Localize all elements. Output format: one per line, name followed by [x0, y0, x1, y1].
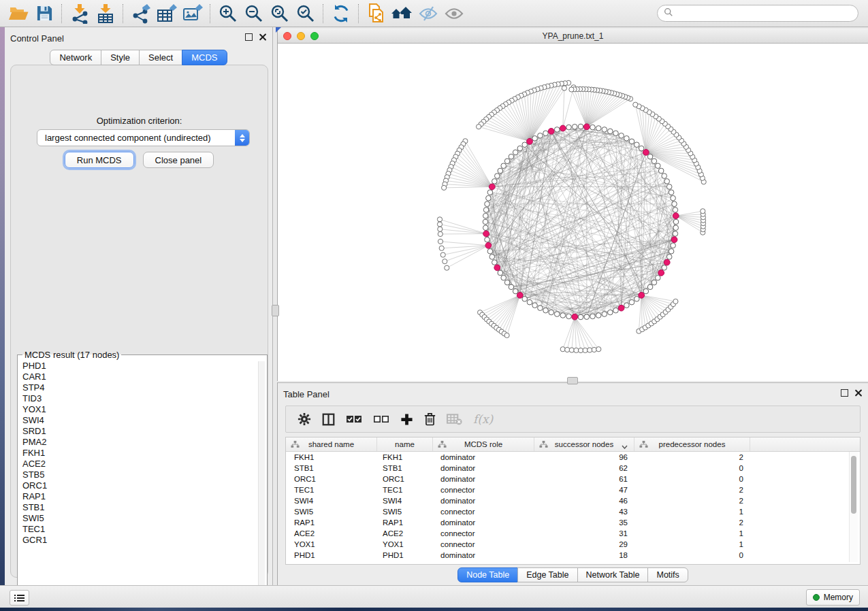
zoom-out-button[interactable]	[241, 3, 267, 24]
mcds-result-item[interactable]: TID3	[22, 393, 258, 404]
table-row[interactable]: ORC1ORC1dominator610	[286, 474, 860, 484]
table-scrollbar[interactable]	[849, 452, 858, 562]
column-header-shared-name[interactable]: shared name	[286, 437, 377, 451]
mcds-result-item[interactable]: FKH1	[22, 448, 258, 459]
close-panel-button[interactable]: Close panel	[143, 152, 214, 168]
mcds-result-item[interactable]: STP4	[22, 382, 258, 393]
tab-network-table[interactable]: Network Table	[577, 567, 649, 582]
tab-style[interactable]: Style	[101, 50, 140, 65]
tab-select[interactable]: Select	[139, 50, 182, 65]
search-box[interactable]	[657, 5, 858, 22]
table-row[interactable]: ACE2ACE2connector311	[286, 528, 860, 539]
cell-name: SWI5	[377, 508, 433, 516]
deselect-all-rows-button[interactable]	[373, 414, 389, 424]
float-panel-icon[interactable]	[841, 389, 848, 397]
column-header-filler	[750, 437, 860, 451]
cell-predecessor-nodes: 2	[634, 518, 750, 527]
mcds-result-item[interactable]: STB1	[22, 502, 258, 513]
zoom-fit-button[interactable]	[267, 3, 293, 24]
hide-selected-button[interactable]	[415, 3, 441, 24]
table-row[interactable]: TEC1TEC1connector472	[286, 484, 860, 495]
apply-layout-button[interactable]	[328, 3, 354, 24]
column-header-name[interactable]: name	[377, 437, 433, 451]
first-neighbors-button[interactable]	[389, 3, 415, 24]
memory-button[interactable]: Memory	[806, 589, 860, 606]
tab-node-table[interactable]: Node Table	[457, 567, 518, 582]
optimization-criterion-dropdown[interactable]: largest connected component (undirected)	[37, 129, 250, 146]
table-row[interactable]: PHD1PHD1dominator180	[286, 550, 860, 561]
tab-network[interactable]: Network	[50, 50, 101, 65]
search-input[interactable]	[677, 6, 858, 21]
run-mcds-button[interactable]: Run MCDS	[65, 152, 134, 168]
mcds-result-item[interactable]: SRD1	[22, 426, 258, 437]
network-graph[interactable]	[278, 44, 868, 381]
table-row[interactable]: RAP1RAP1dominator352	[286, 517, 860, 528]
open-session-button[interactable]	[5, 3, 31, 24]
zoom-in-button[interactable]	[215, 3, 241, 24]
float-panel-icon[interactable]	[245, 33, 253, 41]
column-label: MCDS role	[464, 440, 502, 448]
mcds-result-item[interactable]: PMA2	[22, 437, 258, 448]
network-canvas[interactable]	[278, 44, 868, 381]
mcds-result-item[interactable]: ORC1	[22, 480, 258, 491]
column-panel-icon	[322, 413, 335, 426]
zoom-selected-button[interactable]	[293, 3, 319, 24]
import-table-button[interactable]	[93, 3, 118, 24]
mcds-result-item[interactable]: CAR1	[22, 371, 258, 382]
mcds-result-item[interactable]: ACE2	[22, 459, 258, 469]
mcds-result-item[interactable]: GCR1	[22, 535, 258, 546]
mcds-result-list[interactable]: PHD1CAR1STP4TID3YOX1SWI4SRD1PMA2FKH1ACE2…	[18, 360, 258, 601]
duplicate-network-button[interactable]	[364, 3, 389, 24]
table-row[interactable]: STB1STB1dominator620	[286, 463, 860, 474]
toolbar-separator	[123, 4, 124, 23]
table-scrollbar-thumb[interactable]	[851, 456, 856, 514]
cell-shared-name: ORC1	[286, 475, 377, 483]
column-header-predecessor-nodes[interactable]: predecessor nodes	[634, 437, 750, 451]
mcds-result-item[interactable]: RAP1	[22, 491, 258, 502]
horizontal-splitter-handle[interactable]	[567, 377, 578, 384]
column-panel-button[interactable]	[322, 413, 335, 426]
mcds-result-item[interactable]: TEC1	[22, 524, 258, 535]
mcds-list-scrollbar[interactable]	[258, 361, 265, 600]
export-table-button[interactable]	[154, 3, 180, 24]
table-row[interactable]: YOX1YOX1connector291	[286, 539, 860, 550]
table-row[interactable]: FKH1FKH1dominator962	[286, 452, 860, 463]
close-panel-icon[interactable]	[854, 389, 862, 397]
vertical-splitter-handle[interactable]	[272, 305, 279, 316]
node-table[interactable]: shared namenameMCDS rolesuccessor nodesp…	[285, 437, 861, 565]
column-header-MCDS-role[interactable]: MCDS role	[433, 437, 534, 451]
cell-shared-name: SWI5	[286, 508, 377, 516]
tab-edge-table[interactable]: Edge Table	[517, 567, 577, 582]
memory-status-icon	[813, 594, 820, 601]
tab-mcds[interactable]: MCDS	[182, 50, 227, 65]
cell-successor-nodes: 47	[534, 486, 634, 494]
cell-shared-name: FKH1	[286, 453, 377, 461]
show-all-icon	[444, 5, 464, 22]
mcds-result-item[interactable]: PHD1	[22, 361, 258, 371]
add-column-button[interactable]	[400, 413, 413, 426]
column-header-successor-nodes[interactable]: successor nodes	[534, 437, 634, 451]
mcds-result-item[interactable]: YOX1	[22, 404, 258, 415]
import-network-icon	[69, 3, 90, 24]
mcds-result-item[interactable]: SWI4	[22, 415, 258, 426]
table-row[interactable]: SWI5SWI5connector431	[286, 506, 860, 517]
export-network-button[interactable]	[128, 3, 154, 24]
table-row[interactable]: SWI4SWI4dominator462	[286, 495, 860, 506]
network-window-titlebar[interactable]: YPA_prune.txt_1	[278, 29, 868, 44]
import-network-button[interactable]	[67, 3, 93, 24]
save-session-button[interactable]	[31, 3, 57, 24]
close-panel-icon[interactable]	[259, 33, 266, 41]
cell-MCDS-role: connector	[433, 486, 534, 494]
mcds-result-item[interactable]: SWI5	[22, 513, 258, 524]
show-all-button[interactable]	[441, 3, 467, 24]
tab-motifs[interactable]: Motifs	[647, 567, 688, 582]
task-history-button[interactable]	[10, 590, 29, 606]
mcds-result-item[interactable]: STB5	[22, 469, 258, 480]
delete-column-button[interactable]	[424, 412, 436, 427]
export-image-button[interactable]	[180, 3, 206, 24]
mcds-tab-content: Optimization criterion: largest connecte…	[10, 65, 268, 578]
table-settings-button[interactable]	[298, 412, 311, 426]
cell-name: TEC1	[377, 486, 433, 494]
select-all-rows-button[interactable]	[346, 414, 362, 424]
delete-table-icon	[447, 413, 462, 425]
